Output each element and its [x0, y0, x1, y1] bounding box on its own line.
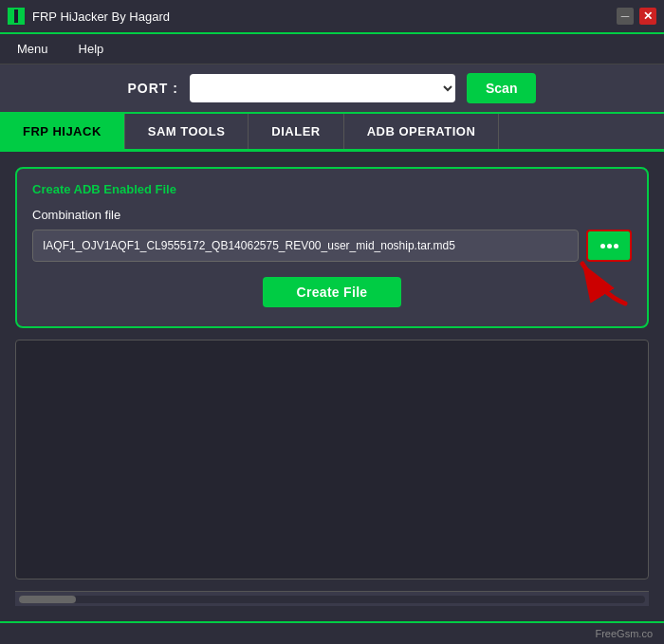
minimize-button[interactable]: ─ — [617, 8, 634, 25]
port-label: PORT : — [128, 81, 178, 96]
footer: FreeGsm.co — [0, 621, 664, 644]
app-icon — [8, 8, 25, 25]
dot1 — [600, 244, 605, 248]
red-arrow-svg — [573, 256, 639, 308]
file-input[interactable] — [32, 230, 579, 262]
tab-sam-tools[interactable]: SAM TOOLS — [125, 114, 249, 149]
port-bar: PORT : Scan — [0, 64, 664, 114]
menu-item-help[interactable]: Help — [73, 38, 110, 60]
tab-dialer[interactable]: DIALER — [249, 114, 343, 149]
port-select[interactable] — [190, 74, 455, 102]
create-file-button[interactable]: Create File — [263, 277, 402, 307]
close-button[interactable]: ✕ — [639, 8, 656, 25]
menu-bar: Menu Help — [0, 34, 664, 64]
card-title: Create ADB Enabled File — [32, 182, 632, 196]
arrow-annotation — [573, 256, 639, 312]
log-area — [15, 340, 649, 580]
scroll-track — [19, 596, 645, 603]
main-content: Create ADB Enabled File Combination file — [0, 152, 664, 621]
combo-label: Combination file — [32, 208, 632, 222]
file-row — [32, 230, 632, 262]
window-controls: ─ ✕ — [617, 8, 656, 25]
tab-frp-hijack[interactable]: FRP HIJACK — [0, 114, 125, 149]
dot2 — [607, 244, 612, 248]
horizontal-scrollbar[interactable] — [15, 591, 649, 606]
scan-button[interactable]: Scan — [467, 73, 536, 103]
menu-item-menu[interactable]: Menu — [11, 38, 54, 60]
title-bar: FRP HiJacker By Hagard ─ ✕ — [0, 0, 664, 34]
scroll-thumb[interactable] — [19, 596, 76, 603]
adb-card: Create ADB Enabled File Combination file — [15, 167, 649, 328]
tab-adb-operation[interactable]: ADB OPERATION — [344, 114, 500, 149]
app-title: FRP HiJacker By Hagard — [32, 9, 617, 24]
browse-button[interactable] — [586, 230, 632, 262]
footer-text: FreeGsm.co — [595, 628, 653, 639]
dot3 — [614, 244, 618, 248]
tabs-bar: FRP HIJACK SAM TOOLS DIALER ADB OPERATIO… — [0, 114, 664, 152]
